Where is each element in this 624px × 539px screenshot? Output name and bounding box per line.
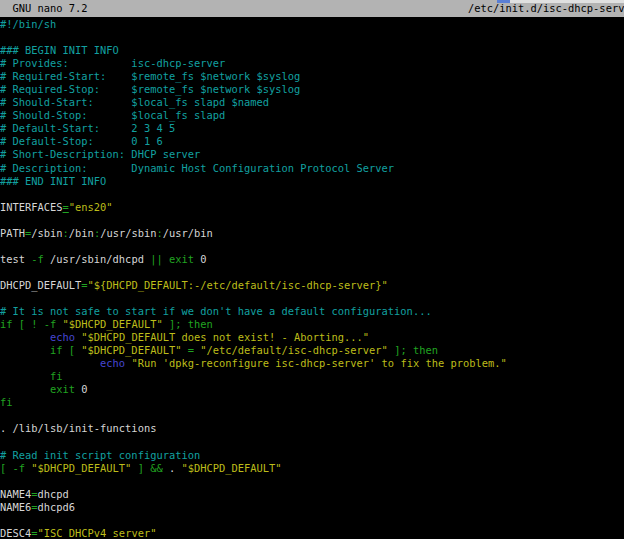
code-segment bbox=[0, 357, 100, 369]
code-line bbox=[0, 266, 624, 279]
code-segment: /bin bbox=[69, 227, 94, 239]
code-segment: # Default-Stop: 0 1 6 bbox=[0, 135, 163, 147]
code-segment: # Should-Stop: $local_fs slapd bbox=[0, 109, 225, 121]
code-segment: "ens20" bbox=[69, 201, 113, 213]
code-line: #!/bin/sh bbox=[0, 18, 624, 31]
code-segment: # Required-Stop: $remote_fs $network $sy… bbox=[0, 83, 300, 95]
code-segment: "ISC DHCPv4 server" bbox=[38, 527, 157, 539]
code-line: # Provides: isc-dhcp-server bbox=[0, 57, 624, 70]
code-line: [ -f "$DHCPD_DEFAULT" ] && . "$DHCPD_DEF… bbox=[0, 462, 624, 475]
code-segment: if [ ! -f bbox=[0, 318, 63, 330]
code-line: # Required-Stop: $remote_fs $network $sy… bbox=[0, 83, 624, 96]
code-segment: . bbox=[169, 462, 182, 474]
code-line: . /lib/lsb/init-functions bbox=[0, 422, 624, 435]
code-segment: "$DHCPD_DEFAULT" bbox=[31, 462, 131, 474]
code-line bbox=[0, 409, 624, 422]
code-segment: INTERFACES bbox=[0, 201, 63, 213]
code-segment: [ -f bbox=[0, 462, 31, 474]
code-segment: "Run 'dpkg-reconfigure isc-dhcp-server' … bbox=[131, 357, 506, 369]
code-segment: || bbox=[150, 253, 163, 265]
code-segment: ]; then bbox=[163, 318, 213, 330]
code-segment: # It is not safe to start if we don't ha… bbox=[0, 305, 432, 317]
terminal-screen[interactable]: #!/bin/sh### BEGIN INIT INFO# Provides: … bbox=[0, 18, 624, 539]
code-line: # Short-Description: DHCP server bbox=[0, 148, 624, 161]
code-segment: /usr/sbin bbox=[100, 227, 156, 239]
code-segment: exit bbox=[50, 383, 75, 395]
code-segment: fi bbox=[50, 370, 63, 382]
code-segment: NAME4 bbox=[0, 488, 31, 500]
code-segment: "$DHCPD_DEFAULT" bbox=[81, 344, 181, 356]
code-segment bbox=[0, 383, 50, 395]
code-line bbox=[0, 514, 624, 527]
code-line bbox=[0, 31, 624, 44]
code-line: ### END INIT INFO bbox=[0, 175, 624, 188]
code-line bbox=[0, 188, 624, 201]
code-line: # Description: Dynamic Host Configuratio… bbox=[0, 162, 624, 175]
terminal-window: { "terminal": { "titlebar": { "app": " G… bbox=[0, 0, 624, 539]
code-line bbox=[0, 214, 624, 227]
code-line: # Default-Start: 2 3 4 5 bbox=[0, 122, 624, 135]
code-line: NAME4=dhcpd bbox=[0, 488, 624, 501]
code-line: fi bbox=[0, 396, 624, 409]
code-line: fi bbox=[0, 370, 624, 383]
code-line: exit 0 bbox=[0, 383, 624, 396]
code-segment: /sbin bbox=[31, 227, 62, 239]
code-segment: = bbox=[181, 344, 200, 356]
code-line: # It is not safe to start if we don't ha… bbox=[0, 305, 624, 318]
code-segment: PATH bbox=[0, 227, 25, 239]
top-edge-white-fragment bbox=[510, 0, 624, 3]
code-segment: # Required-Start: $remote_fs $network $s… bbox=[0, 70, 300, 82]
code-segment: if [ bbox=[50, 344, 81, 356]
code-line: DESC4="ISC DHCPv4 server" bbox=[0, 527, 624, 539]
code-segment: ] && bbox=[131, 462, 169, 474]
code-segment: # Default-Start: 2 3 4 5 bbox=[0, 122, 175, 134]
code-segment: dhcpd6 bbox=[38, 501, 76, 513]
code-segment: echo bbox=[100, 357, 125, 369]
nano-app-title: GNU nano 7.2 bbox=[0, 0, 88, 17]
code-line: PATH=/sbin:/bin:/usr/sbin:/usr/bin bbox=[0, 227, 624, 240]
code-segment: 0 bbox=[194, 253, 207, 265]
code-segment: exit bbox=[169, 253, 194, 265]
code-segment: "$DHCPD_DEFAULT" bbox=[63, 318, 163, 330]
code-segment: ]; then bbox=[388, 344, 438, 356]
code-line: NAME6=dhcpd6 bbox=[0, 501, 624, 514]
code-line: # Should-Stop: $local_fs slapd bbox=[0, 109, 624, 122]
code-segment: "/etc/default/isc-dhcp-server" bbox=[200, 344, 388, 356]
code-segment: test bbox=[0, 253, 31, 265]
code-segment: DHCPD_DEFAULT bbox=[0, 279, 81, 291]
code-segment bbox=[0, 331, 50, 343]
code-segment bbox=[0, 344, 50, 356]
code-segment: # Provides: isc-dhcp-server bbox=[0, 57, 225, 69]
code-line: # Default-Stop: 0 1 6 bbox=[0, 135, 624, 148]
code-segment: . /lib/lsb/init-functions bbox=[0, 422, 156, 434]
code-segment: /usr/bin bbox=[163, 227, 213, 239]
code-line bbox=[0, 240, 624, 253]
top-edge-blue-fragment bbox=[497, 0, 510, 3]
code-segment: fi bbox=[0, 396, 13, 408]
code-line bbox=[0, 475, 624, 488]
code-line: echo "$DHCPD_DEFAULT does not exist! - A… bbox=[0, 331, 624, 344]
code-line bbox=[0, 436, 624, 449]
code-line: if [ "$DHCPD_DEFAULT" = "/etc/default/is… bbox=[0, 344, 624, 357]
code-segment bbox=[0, 370, 50, 382]
code-segment: # Should-Start: $local_fs slapd $named bbox=[0, 96, 269, 108]
code-segment: /usr/sbin/dhcpd bbox=[44, 253, 150, 265]
code-segment: ### BEGIN INIT INFO bbox=[0, 44, 119, 56]
code-line: test -f /usr/sbin/dhcpd || exit 0 bbox=[0, 253, 624, 266]
code-segment: 0 bbox=[75, 383, 88, 395]
code-segment: "${DHCPD_DEFAULT:-/etc/default/isc-dhcp-… bbox=[88, 279, 388, 291]
code-line: # Should-Start: $local_fs slapd $named bbox=[0, 96, 624, 109]
code-segment: # Description: Dynamic Host Configuratio… bbox=[0, 162, 394, 174]
code-line: # Required-Start: $remote_fs $network $s… bbox=[0, 70, 624, 83]
code-segment: echo bbox=[50, 331, 75, 343]
code-segment: dhcpd bbox=[38, 488, 69, 500]
code-segment: NAME6 bbox=[0, 501, 31, 513]
code-line: INTERFACES="ens20" bbox=[0, 201, 624, 214]
code-segment: # Short-Description: DHCP server bbox=[0, 148, 200, 160]
code-segment: DESC4 bbox=[0, 527, 31, 539]
code-line: ### BEGIN INIT INFO bbox=[0, 44, 624, 57]
code-line: # Read init script configuration bbox=[0, 449, 624, 462]
code-segment: ### END INIT INFO bbox=[0, 175, 106, 187]
code-line: if [ ! -f "$DHCPD_DEFAULT" ]; then bbox=[0, 318, 624, 331]
code-segment: "$DHCPD_DEFAULT does not exist! - Aborti… bbox=[81, 331, 369, 343]
